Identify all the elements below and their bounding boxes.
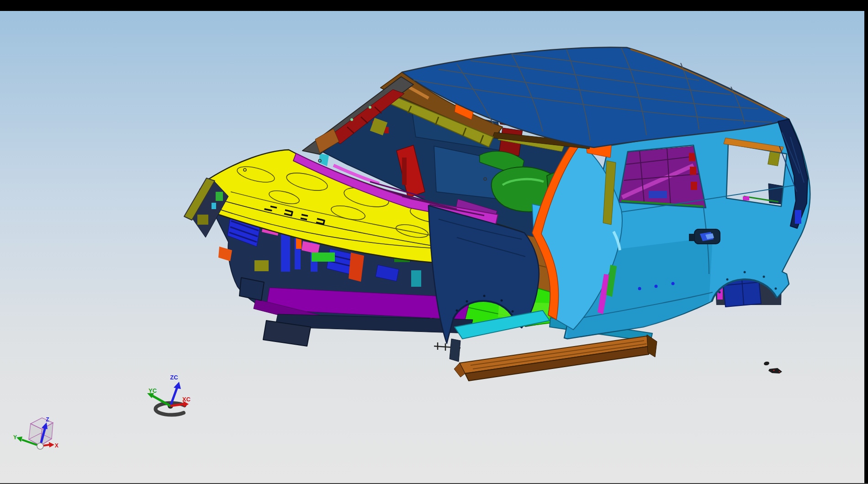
wcs-triad[interactable]: ZC YC XC (147, 374, 191, 415)
wcs-y-label: YC (148, 387, 157, 394)
abs-z-label: Z (46, 416, 49, 423)
floating-small-parts[interactable] (763, 361, 782, 374)
cad-application-window: ZC YC XC Z Y (0, 0, 868, 484)
abs-origin-sphere (37, 443, 43, 449)
wcs-z-axis[interactable]: ZC (170, 374, 181, 406)
absolute-triad[interactable]: Z Y X (13, 416, 58, 449)
3d-viewport[interactable]: ZC YC XC Z Y (0, 0, 868, 484)
wcs-y-axis[interactable]: YC (147, 387, 170, 406)
window-chrome-right-bar (864, 0, 868, 484)
wcs-z-label: ZC (170, 374, 178, 381)
abs-y-label: Y (13, 434, 17, 441)
abs-x-label: X (55, 442, 58, 449)
car-body-model[interactable] (184, 47, 810, 381)
window-chrome-top-bar (0, 0, 868, 11)
wcs-x-label: XC (182, 396, 191, 403)
